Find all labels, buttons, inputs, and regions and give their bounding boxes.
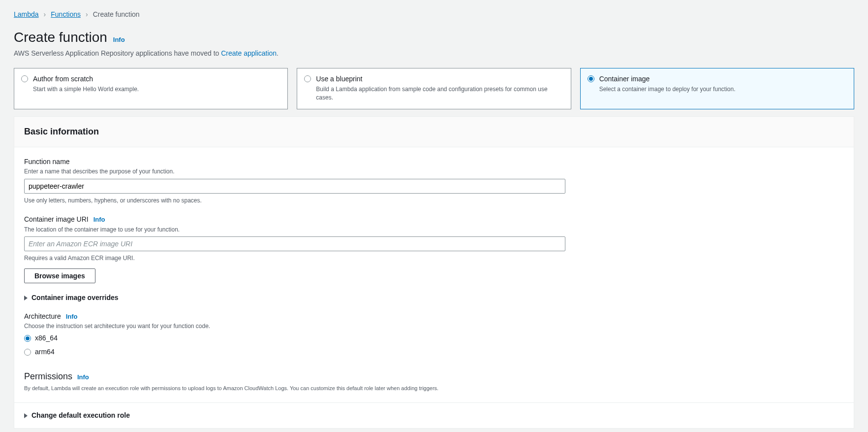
uri-label: Container image URI xyxy=(24,215,89,225)
change-default-execution-role-toggle[interactable]: Change default execution role xyxy=(14,402,854,429)
breadcrumb: Lambda › Functions › Create function xyxy=(14,10,854,20)
tile-title: Container image xyxy=(599,74,736,84)
overrides-label: Container image overrides xyxy=(31,293,119,303)
creation-method-tiles: Author from scratch Start with a simple … xyxy=(14,68,854,109)
subheading-suffix: . xyxy=(277,49,279,57)
info-link-permissions[interactable]: Info xyxy=(77,373,89,381)
radio-icon xyxy=(24,335,31,342)
field-container-image-uri: Container image URI Info The location of… xyxy=(24,215,565,283)
tile-use-blueprint[interactable]: Use a blueprint Build a Lambda applicati… xyxy=(297,68,571,109)
function-name-label: Function name xyxy=(24,157,565,167)
breadcrumb-lambda[interactable]: Lambda xyxy=(14,10,39,20)
uri-hint: Requires a valid Amazon ECR image URI. xyxy=(24,254,565,263)
tile-container-image[interactable]: Container image Select a container image… xyxy=(580,68,854,109)
chevron-right-icon: › xyxy=(86,10,88,20)
panel-header: Basic information xyxy=(14,117,854,147)
page-header: Create function Info AWS Serverless Appl… xyxy=(14,28,854,59)
field-function-name: Function name Enter a name that describe… xyxy=(24,157,565,205)
basic-information-panel: Basic information Function name Enter a … xyxy=(14,116,854,429)
architecture-option-label: arm64 xyxy=(35,347,55,357)
function-name-input[interactable] xyxy=(24,179,565,194)
info-link-header[interactable]: Info xyxy=(113,36,125,43)
radio-icon xyxy=(24,349,31,356)
container-image-uri-input[interactable] xyxy=(24,236,565,251)
architecture-label: Architecture xyxy=(24,312,61,322)
function-name-hint: Use only letters, numbers, hyphens, or u… xyxy=(24,197,565,205)
radio-icon xyxy=(588,75,594,82)
page-subheading: AWS Serverless Application Repository ap… xyxy=(14,49,854,59)
change-role-label: Change default execution role xyxy=(31,411,130,421)
permissions-section: Permissions Info By default, Lambda will… xyxy=(24,370,844,393)
architecture-desc: Choose the instruction set architecture … xyxy=(24,322,565,331)
permissions-desc: By default, Lambda will create an execut… xyxy=(24,385,844,392)
tile-title: Author from scratch xyxy=(33,74,139,84)
caret-right-icon xyxy=(24,296,28,300)
uri-desc: The location of the container image to u… xyxy=(24,226,565,234)
page-title: Create function xyxy=(14,28,107,47)
breadcrumb-functions[interactable]: Functions xyxy=(51,10,81,20)
radio-icon xyxy=(304,75,311,82)
info-link-uri[interactable]: Info xyxy=(93,215,105,224)
container-image-overrides-toggle[interactable]: Container image overrides xyxy=(24,293,844,303)
tile-desc: Select a container image to deploy for y… xyxy=(599,85,736,94)
subheading-text: AWS Serverless Application Repository ap… xyxy=(14,49,221,57)
architecture-option-label: x86_64 xyxy=(35,333,58,343)
tile-author-from-scratch[interactable]: Author from scratch Start with a simple … xyxy=(14,68,288,109)
breadcrumb-current: Create function xyxy=(93,10,140,20)
info-link-architecture[interactable]: Info xyxy=(66,312,78,321)
function-name-desc: Enter a name that describes the purpose … xyxy=(24,167,565,176)
architecture-option-arm64[interactable]: arm64 xyxy=(24,347,565,357)
browse-images-button[interactable]: Browse images xyxy=(24,268,95,283)
create-application-link[interactable]: Create application xyxy=(221,49,277,57)
tile-desc: Start with a simple Hello World example. xyxy=(33,85,139,94)
field-architecture: Architecture Info Choose the instruction… xyxy=(24,312,565,357)
tile-title: Use a blueprint xyxy=(316,74,563,84)
tile-desc: Build a Lambda application from sample c… xyxy=(316,85,563,102)
chevron-right-icon: › xyxy=(44,10,46,20)
permissions-heading: Permissions xyxy=(24,370,72,383)
radio-icon xyxy=(21,75,28,82)
panel-heading: Basic information xyxy=(24,126,844,138)
architecture-option-x86-64[interactable]: x86_64 xyxy=(24,333,565,343)
caret-right-icon xyxy=(24,413,28,418)
